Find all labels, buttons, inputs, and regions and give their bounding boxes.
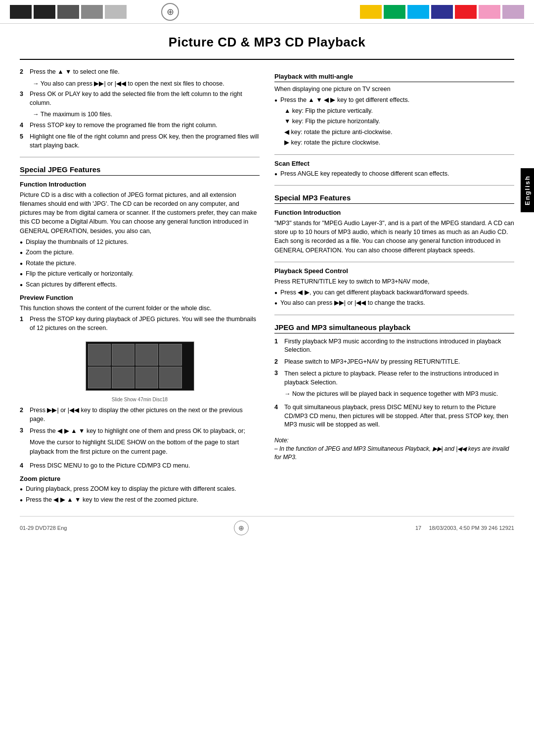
intro-list: 2 Press the ▲ ▼ to select one file. You … (20, 68, 260, 150)
thumb-8 (159, 367, 182, 388)
zoom-bullet-1: During playback, press ZOOM key to displ… (20, 485, 260, 494)
zoom-header: Zoom picture (20, 475, 260, 482)
scan-effect-header: Scan Effect (274, 160, 514, 167)
jpeg-bullet-1-text: Display the thumbnails of 12 pictures. (26, 238, 129, 247)
special-mp3-header: Special MP3 Features (274, 193, 514, 204)
speed-bullet-1-text: Press ◀ ▶, you can get different playbac… (280, 288, 469, 297)
intro-item-4: 4 Press STOP key to remove the programed… (20, 121, 260, 130)
top-bar: ⊕ (0, 0, 534, 24)
page-title-area: Picture CD & MP3 CD Playback (20, 24, 514, 60)
color-green (384, 5, 405, 19)
block-5 (105, 5, 127, 19)
color-lavender (502, 5, 524, 19)
thumb-1 (88, 344, 111, 366)
sim-step-4-number: 4 (274, 403, 280, 429)
color-cyan (407, 5, 429, 19)
sim-step-3: 3 Then select a picture to playback. Ple… (274, 369, 514, 400)
sim-step-3-number: 3 (274, 369, 280, 400)
speed-bullet-2-text: You also can press ▶▶| or |◀◀ to change … (280, 299, 425, 308)
jpeg-bullet-3: Rotate the picture. (20, 259, 260, 268)
preview-step-3-content: Press the ◀ ▶ ▲ ▼ key to highlight one o… (30, 426, 260, 458)
special-jpeg-header: Special JPEG Features (20, 165, 260, 176)
zoom-bullet-1-text: During playback, press ZOOM key to displ… (26, 485, 236, 494)
scan-bullet-1-text: Press ANGLE key repeatedly to choose dif… (280, 170, 449, 179)
color-red (455, 5, 477, 19)
main-content: 2 Press the ▲ ▼ to select one file. You … (20, 60, 514, 506)
preview-step-1-text: Press the STOP key during playback of JP… (30, 315, 260, 332)
item-2-sub: You also can press ▶▶| or |◀◀ to open th… (33, 80, 260, 89)
intro-item-5: 5 Highlight one file of the right column… (20, 133, 260, 150)
item-3-number: 3 (20, 90, 26, 107)
color-yellow (360, 5, 382, 19)
jpeg-bullet-3-text: Rotate the picture. (26, 259, 76, 268)
divider-4 (274, 262, 514, 262)
preview-step-4: 4 Press DISC MENU to go to the Picture C… (20, 462, 260, 471)
divider-2 (274, 154, 514, 155)
footer-right: 18/03/2003, 4:50 PM (429, 525, 480, 531)
sim-step-4-text: To quit simultaneous playback, press DIS… (284, 403, 514, 429)
preview-step-4-text: Press DISC MENU to go to the Picture CD/… (30, 462, 190, 471)
item-4-text: Press STOP key to remove the programed f… (30, 121, 218, 130)
thumb-6 (112, 367, 134, 388)
bottom-bar: 01-29 DVD728 Eng ⊕ 17 18/03/2003, 4:50 P… (20, 516, 514, 537)
sim-step-3-sub: Now the pictures will be played back in … (284, 390, 514, 399)
thumbnail-caption: Slide Show 47min Disc18 (112, 397, 168, 402)
item-5-number: 5 (20, 133, 26, 150)
thumb-5 (88, 367, 111, 388)
sim-step-3-content: Then select a picture to playback. Pleas… (284, 369, 514, 400)
compass-icon-top: ⊕ (161, 3, 179, 21)
scan-bullet-1: Press ANGLE key repeatedly to choose dif… (274, 170, 514, 179)
footer-center-page: 17 (415, 525, 421, 531)
sim-step-4: 4 To quit simultaneous playback, press D… (274, 403, 514, 429)
color-pink (479, 5, 500, 19)
right-column: Playback with multi-angle When displayin… (274, 68, 514, 506)
block-2 (34, 5, 55, 19)
color-blue (431, 5, 453, 19)
note-box: Note: – In the function of JPEG and MP3 … (274, 436, 514, 462)
multi-sub-3: ◀ key: rotate the picture anti-clockwise… (284, 128, 514, 137)
top-bar-dark-blocks (10, 5, 127, 19)
item-5-text: Highlight one file of the right column a… (30, 133, 260, 150)
thumb-4 (159, 344, 182, 366)
multi-bullet-1: Press the ▲ ▼ ◀ ▶ key to get different e… (274, 96, 514, 105)
preview-step-2-number: 2 (20, 406, 26, 424)
divider-3 (274, 185, 514, 186)
sim-step-3-text: Then select a picture to playback. Pleas… (284, 369, 514, 387)
preview-function-text: This function shows the content of the c… (20, 304, 260, 313)
speed-bullet-2: You also can press ▶▶| or |◀◀ to change … (274, 299, 514, 308)
block-4 (81, 5, 103, 19)
preview-function-header: Preview Function (20, 294, 260, 301)
speed-control-header: Playback Speed Control (274, 267, 514, 275)
speed-text-1: Press RETURN/TITLE key to switch to MP3+… (274, 277, 514, 286)
left-column: 2 Press the ▲ ▼ to select one file. You … (20, 68, 260, 506)
item-3-text: Press OK or PLAY key to add the selected… (30, 90, 260, 107)
divider-1 (20, 157, 260, 157)
multi-sub-4: ▶ key: rotate the picture clockwise. (284, 139, 514, 147)
multi-bullet-1-text: Press the ▲ ▼ ◀ ▶ key to get different e… (280, 96, 409, 105)
jpeg-mp3-header: JPEG and MP3 simultaneous playback (274, 323, 514, 333)
footer-left: 01-29 DVD728 Eng (20, 525, 67, 531)
item-2-text: Press the ▲ ▼ to select one file. (30, 68, 120, 77)
function-intro-text: Picture CD is a disc with a collection o… (20, 190, 260, 236)
jpeg-bullet-1: Display the thumbnails of 12 pictures. (20, 238, 260, 247)
preview-step-1-number: 1 (20, 315, 26, 332)
compass-center: ⊕ (67, 520, 415, 535)
jpeg-bullet-5-text: Scan pictures by different effects. (26, 281, 117, 289)
sim-step-1-text: Firstly playback MP3 music according to … (284, 337, 514, 355)
sim-step-1: 1 Firstly playback MP3 music according t… (274, 337, 514, 355)
multi-sub-1: ▲ key: Flip the picture vertically. (284, 107, 514, 116)
preview-step-3-number: 3 (20, 426, 26, 458)
sim-step-2: 2 Please switch to MP3+JPEG+NAV by press… (274, 358, 514, 367)
multi-sub-2: ▼ key: Flip the picture horizontally. (284, 117, 514, 126)
sim-step-2-text: Please switch to MP3+JPEG+NAV by pressin… (284, 358, 460, 367)
item-3-sub: The maximum is 100 files. (33, 110, 260, 119)
block-3 (57, 5, 79, 19)
jpeg-bullet-2-text: Zoom the picture. (26, 248, 74, 257)
zoom-bullet-2: Press the ◀ ▶ ▲ ▼ key to view the rest o… (20, 496, 260, 505)
preview-step-1: 1 Press the STOP key during playback of … (20, 315, 260, 332)
intro-item-3: 3 Press OK or PLAY key to add the select… (20, 90, 260, 107)
jpeg-mp3-header-text: JPEG and MP3 simultaneous playback (274, 323, 410, 331)
preview-step-4-number: 4 (20, 462, 26, 471)
thumb-3 (135, 344, 158, 366)
item-2-number: 2 (20, 68, 26, 77)
